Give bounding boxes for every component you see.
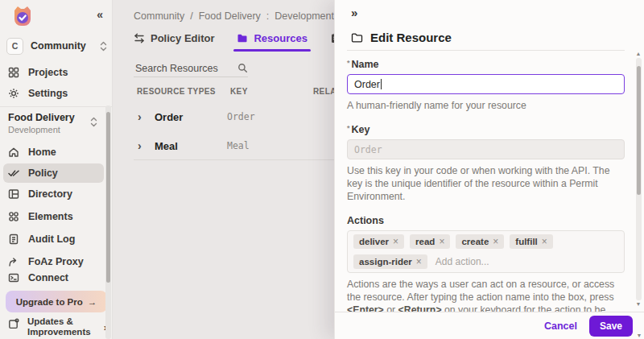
scroll-up-arrow-icon[interactable]: ▲ — [635, 51, 642, 56]
sidebar-item-label: Audit Log — [28, 234, 75, 245]
sidebar-item-foaz-proxy[interactable]: FoAz Proxy — [3, 253, 104, 271]
key-helper-text: Use this key in your code or when workin… — [347, 164, 625, 203]
search-icon — [237, 63, 248, 73]
sidebar-collapse-button[interactable]: « — [97, 8, 102, 21]
search-field[interactable] — [134, 60, 248, 77]
updates-icon — [8, 318, 19, 329]
drawer-title: Edit Resource — [351, 31, 452, 44]
breadcrumb-project[interactable]: Food Delivery — [199, 10, 261, 22]
upgrade-to-pro-button[interactable]: Upgrade to Pro → — [6, 291, 107, 312]
sidebar-item-elements[interactable]: Elements — [3, 208, 104, 225]
page-scroll-down-arrow-icon[interactable]: ▼ — [636, 333, 642, 338]
row-expand-chevron-icon[interactable]: › — [134, 139, 155, 152]
permit-logo-icon — [10, 4, 35, 28]
actions-label: Actions — [347, 215, 625, 226]
proxy-arrow-icon — [8, 256, 19, 267]
sidebar-item-label: Elements — [28, 211, 73, 222]
document-icon — [8, 234, 19, 245]
tab-resources[interactable]: Resources — [237, 32, 307, 52]
drawer-body: *Name Order A human-friendly name for yo… — [347, 53, 625, 339]
add-action-placeholder: Add action... — [436, 256, 489, 267]
sidebar-item-audit-log[interactable]: Audit Log — [3, 230, 104, 248]
breadcrumb-environment[interactable]: Development — [275, 10, 334, 22]
arrow-right-icon: → — [88, 297, 97, 307]
resource-key: Order — [227, 111, 310, 122]
sidebar-item-label: FoAz Proxy — [28, 256, 84, 267]
double-check-icon — [8, 167, 19, 179]
sidebar-item-directory[interactable]: Directory — [3, 185, 104, 203]
sidebar-item-label: Directory — [28, 188, 72, 200]
action-tag: deliver× — [353, 234, 404, 249]
project-selector[interactable]: Food Delivery Development — [8, 112, 105, 134]
drawer-collapse-button[interactable]: » — [351, 6, 357, 19]
required-mark: * — [347, 124, 350, 132]
name-input-value: Order — [354, 79, 380, 90]
grid-icon — [8, 67, 19, 78]
sidebar-divider — [0, 106, 112, 107]
scroll-down-arrow-icon[interactable]: ▼ — [635, 301, 642, 307]
sidebar: « C Community Projects Settings Food D — [0, 0, 113, 339]
name-input[interactable]: Order — [347, 74, 625, 94]
remove-tag-icon[interactable]: × — [542, 236, 547, 247]
drawer-scrollbar[interactable] — [636, 58, 642, 300]
breadcrumb-org[interactable]: Community — [134, 10, 184, 22]
remove-tag-icon[interactable]: × — [416, 256, 422, 267]
key-input: Order — [347, 139, 625, 159]
remove-tag-icon[interactable]: × — [493, 236, 498, 247]
column-key: KEY — [230, 87, 313, 96]
sidebar-item-updates[interactable]: Updates & Improvements › — [8, 316, 107, 337]
name-label: *Name — [347, 59, 625, 70]
swap-arrows-icon — [134, 33, 145, 43]
chevron-updown-icon — [100, 41, 107, 52]
sidebar-item-policy[interactable]: Policy — [3, 163, 104, 183]
folder-outline-icon — [351, 32, 363, 43]
org-name: Community — [31, 40, 100, 52]
remove-tag-icon[interactable]: × — [439, 236, 444, 247]
action-tag: create× — [456, 234, 504, 249]
folder-icon — [237, 33, 248, 43]
terminal-icon — [8, 272, 19, 283]
app-window: « C Community Projects Settings Food D — [0, 0, 644, 339]
sidebar-item-projects[interactable]: Projects — [3, 64, 104, 81]
org-avatar: C — [6, 38, 23, 55]
resource-key: Meal — [227, 140, 310, 151]
resource-name: Order — [155, 111, 227, 123]
org-selector[interactable]: C Community — [6, 35, 107, 56]
cancel-button[interactable]: Cancel — [544, 320, 577, 332]
resource-name: Meal — [155, 140, 227, 152]
drawer-divider — [347, 50, 625, 51]
tab-policy-editor[interactable]: Policy Editor — [134, 32, 214, 52]
sidebar-scrollbar-thumb[interactable] — [106, 112, 110, 283]
tab-label: Policy Editor — [151, 32, 214, 44]
sidebar-item-label: Updates & Improvements — [27, 316, 104, 337]
save-button[interactable]: Save — [589, 316, 633, 337]
sidebar-item-connect[interactable]: Connect — [3, 269, 104, 287]
text-caret — [381, 79, 382, 89]
edit-resource-drawer: » Edit Resource *Name Order A human-frie… — [334, 0, 644, 339]
sidebar-item-label: Connect — [28, 272, 68, 283]
required-mark: * — [347, 59, 350, 67]
row-expand-chevron-icon[interactable]: › — [134, 110, 155, 123]
table-row-divider — [134, 159, 339, 160]
key-input-value: Order — [354, 144, 382, 155]
sidebar-item-label: Policy — [28, 167, 58, 179]
name-helper-text: A human-friendly name for your resource — [347, 99, 625, 112]
column-resource-types: RESOURCE TYPES — [137, 87, 230, 96]
actions-tag-input[interactable]: deliver× read× create× fulfill× assign-r… — [347, 230, 625, 273]
action-tag: assign-rider× — [353, 254, 427, 269]
sidebar-item-label: Settings — [28, 88, 68, 99]
action-tag: read× — [410, 234, 450, 249]
directory-icon — [8, 188, 19, 200]
search-input[interactable] — [134, 62, 237, 75]
chevron-updown-icon — [90, 117, 97, 127]
sidebar-item-home[interactable]: Home — [3, 143, 104, 161]
action-tag: fulfill× — [510, 234, 552, 249]
drawer-title-text: Edit Resource — [370, 31, 452, 44]
drawer-scrollbar-thumb[interactable] — [637, 66, 641, 195]
upgrade-label: Upgrade to Pro — [16, 297, 83, 307]
breadcrumb-separator: : — [266, 10, 269, 22]
sidebar-scrollbar[interactable] — [105, 105, 111, 339]
remove-tag-icon[interactable]: × — [393, 236, 398, 247]
home-icon — [8, 147, 19, 158]
sidebar-item-settings[interactable]: Settings — [3, 85, 104, 102]
